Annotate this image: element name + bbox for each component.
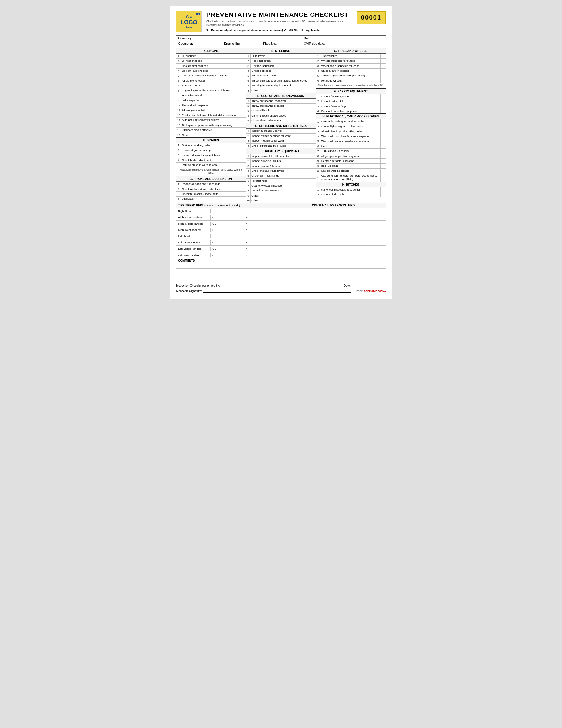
check-box[interactable] — [310, 188, 316, 193]
check-box[interactable] — [310, 173, 316, 178]
check-box[interactable] — [380, 78, 385, 83]
check-box[interactable] — [380, 139, 385, 144]
check-box[interactable] — [241, 153, 246, 158]
check-box[interactable] — [241, 78, 246, 83]
check-box[interactable] — [310, 179, 316, 183]
consumable-row[interactable] — [281, 221, 385, 227]
check-box[interactable] — [310, 113, 316, 118]
comment-line-1[interactable] — [177, 263, 385, 269]
check-box[interactable] — [380, 54, 385, 58]
check-box[interactable] — [380, 99, 385, 104]
check-box[interactable] — [310, 159, 316, 163]
check-box[interactable] — [310, 134, 316, 138]
check-box[interactable] — [241, 118, 246, 122]
check-box[interactable] — [241, 192, 246, 196]
check-box[interactable] — [380, 173, 385, 182]
check-box[interactable] — [241, 143, 246, 148]
check-box[interactable] — [241, 158, 246, 162]
item-text: Inspect & grease U joints — [251, 129, 310, 133]
check-box[interactable] — [241, 69, 246, 73]
comment-line-3[interactable] — [177, 274, 385, 280]
check-box[interactable] — [380, 154, 385, 158]
check-box[interactable] — [380, 69, 385, 73]
list-item: 15 Test system operation with engine run… — [177, 123, 246, 128]
check-box[interactable] — [310, 193, 316, 198]
list-item: 2 Inspect driveline U joints — [246, 159, 315, 164]
check-box[interactable] — [241, 64, 246, 68]
check-box[interactable] — [310, 164, 316, 168]
check-box[interactable] — [241, 113, 246, 117]
check-box[interactable] — [380, 164, 385, 168]
form-number: 00001 — [356, 11, 386, 24]
list-item: 2 Inspect & grease linkage — [177, 148, 246, 153]
check-box[interactable] — [380, 129, 385, 134]
check-box[interactable] — [241, 182, 246, 186]
check-box[interactable] — [310, 169, 316, 173]
check-box[interactable] — [241, 133, 246, 137]
check-box[interactable] — [310, 73, 316, 78]
item-text: All gauges in good working order — [320, 154, 380, 158]
check-box[interactable] — [310, 198, 316, 203]
check-box[interactable] — [310, 88, 316, 93]
check-box[interactable] — [380, 94, 385, 99]
consumable-row[interactable] — [281, 227, 385, 233]
auxiliary-header: I. AUXILIARY EQUIPMENT — [246, 148, 315, 154]
consumable-row[interactable] — [281, 252, 385, 258]
check-box[interactable] — [310, 69, 316, 73]
check-box[interactable] — [310, 83, 316, 88]
tread-body: Right Front Right Front Tandem OUT: IN: … — [177, 208, 385, 258]
consumable-row[interactable] — [281, 239, 385, 246]
check-box[interactable] — [380, 119, 385, 124]
check-box[interactable] — [380, 159, 385, 163]
check-box[interactable] — [241, 128, 246, 132]
check-box[interactable] — [310, 154, 316, 158]
check-box[interactable] — [310, 183, 316, 188]
check-box[interactable] — [241, 59, 246, 63]
check-box[interactable] — [380, 169, 385, 173]
list-item: 7 Steering box mounting inspected — [246, 83, 315, 88]
check-box[interactable] — [241, 163, 246, 167]
check-box[interactable] — [241, 73, 246, 78]
check-box[interactable] — [380, 59, 385, 63]
check-box[interactable] — [380, 144, 385, 148]
check-box[interactable] — [310, 108, 316, 113]
check-box[interactable] — [310, 118, 316, 123]
check-box[interactable] — [380, 104, 385, 109]
consumable-row[interactable] — [281, 246, 385, 252]
consumable-row[interactable] — [281, 233, 385, 239]
check-box[interactable] — [241, 98, 246, 103]
check-box[interactable] — [241, 83, 246, 88]
check-box[interactable] — [380, 124, 385, 129]
check-box[interactable] — [310, 64, 316, 68]
check-box[interactable] — [380, 187, 385, 192]
check-box[interactable] — [310, 129, 316, 133]
check-box[interactable] — [310, 78, 316, 83]
check-box[interactable] — [380, 109, 385, 113]
check-box[interactable] — [380, 149, 385, 153]
check-box[interactable] — [310, 99, 316, 103]
check-box[interactable] — [241, 108, 246, 113]
check-box[interactable] — [241, 103, 246, 107]
check-box[interactable] — [380, 192, 385, 197]
check-box[interactable] — [310, 104, 316, 108]
check-box[interactable] — [310, 54, 316, 58]
check-box[interactable] — [241, 54, 246, 58]
check-box[interactable] — [241, 93, 246, 98]
check-box[interactable] — [241, 88, 246, 93]
check-box[interactable] — [310, 59, 316, 63]
check-box[interactable] — [380, 64, 385, 68]
check-box[interactable] — [241, 123, 246, 127]
check-box[interactable] — [380, 73, 385, 78]
check-box[interactable] — [380, 134, 385, 138]
hitches-header: K. HITCHES — [316, 182, 385, 187]
comment-line-2[interactable] — [177, 269, 385, 274]
check-box[interactable] — [310, 144, 316, 148]
item-num: 4 — [246, 69, 251, 73]
check-box[interactable] — [241, 197, 246, 201]
consumable-row[interactable] — [281, 214, 385, 221]
consumable-row[interactable] — [281, 208, 385, 214]
check-box[interactable] — [241, 187, 246, 191]
item-text: Wheel hubs inspected — [251, 73, 310, 78]
check-box[interactable] — [241, 148, 246, 152]
check-box[interactable] — [310, 138, 316, 143]
